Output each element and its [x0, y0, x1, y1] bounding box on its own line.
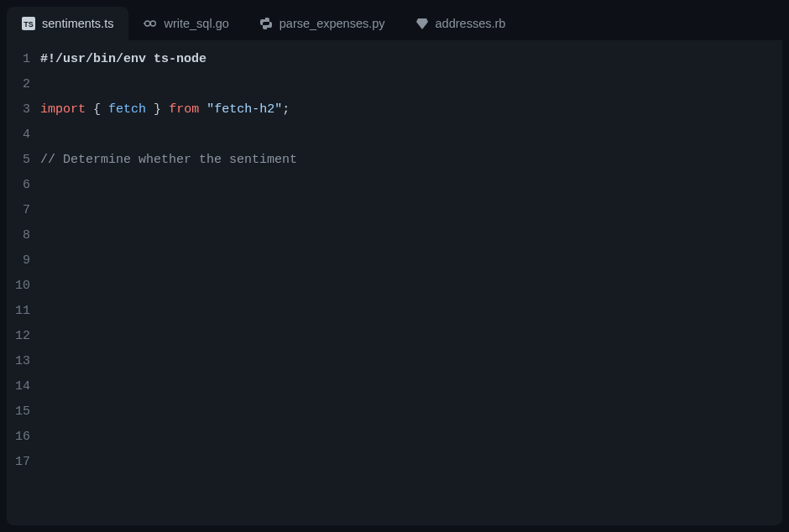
keyword-import: import — [40, 102, 86, 117]
tab-label: parse_expenses.py — [280, 17, 385, 30]
line-gutter: 1234567891011121314151617 — [7, 47, 40, 525]
line-number: 12 — [7, 324, 30, 349]
tab-sentiments-ts[interactable]: TS sentiments.ts — [7, 7, 128, 40]
typescript-icon: TS — [22, 17, 35, 30]
tab-label: addresses.rb — [436, 17, 506, 30]
line-number: 15 — [7, 399, 30, 425]
tab-addresses-rb[interactable]: addresses.rb — [400, 7, 521, 40]
string-module: "fetch-h2" — [206, 102, 282, 117]
line-number: 16 — [7, 425, 30, 450]
tab-label: sentiments.ts — [42, 17, 113, 30]
svg-point-2 — [145, 21, 150, 26]
go-icon — [144, 17, 157, 30]
line-number: 2 — [7, 72, 30, 97]
line-number: 8 — [7, 223, 30, 248]
brace-open: { — [93, 102, 101, 117]
code-content[interactable]: #!/usr/bin/env ts-node import { fetch } … — [40, 47, 782, 525]
line-number: 17 — [7, 450, 30, 475]
code-editor: TS sentiments.ts write_sql.go parse_expe… — [7, 7, 782, 525]
line-number: 3 — [7, 97, 30, 123]
identifier-fetch: fetch — [108, 102, 146, 117]
line-number: 5 — [7, 148, 30, 173]
ruby-icon — [415, 17, 429, 30]
comment-line: // Determine whether the sentiment — [40, 153, 297, 167]
tab-parse-expenses-py[interactable]: parse_expenses.py — [244, 7, 400, 40]
line-number: 4 — [7, 123, 30, 148]
keyword-from: from — [169, 102, 199, 117]
svg-point-3 — [151, 21, 156, 26]
line-number: 13 — [7, 349, 30, 374]
semicolon: ; — [282, 102, 290, 117]
line-number: 7 — [7, 198, 30, 223]
line-number: 9 — [7, 248, 30, 274]
line-number: 11 — [7, 299, 30, 324]
line-number: 10 — [7, 274, 30, 299]
line-number: 14 — [7, 374, 30, 399]
line-number: 1 — [7, 47, 30, 72]
tab-write-sql-go[interactable]: write_sql.go — [128, 7, 243, 40]
tab-label: write_sql.go — [164, 17, 228, 30]
brace-close: } — [154, 102, 161, 117]
code-area[interactable]: 1234567891011121314151617 #!/usr/bin/env… — [7, 40, 782, 525]
python-icon — [259, 17, 273, 30]
line-number: 6 — [7, 173, 30, 198]
tab-bar: TS sentiments.ts write_sql.go parse_expe… — [7, 7, 782, 40]
shebang-line: #!/usr/bin/env ts-node — [40, 52, 206, 66]
svg-text:TS: TS — [24, 20, 34, 29]
